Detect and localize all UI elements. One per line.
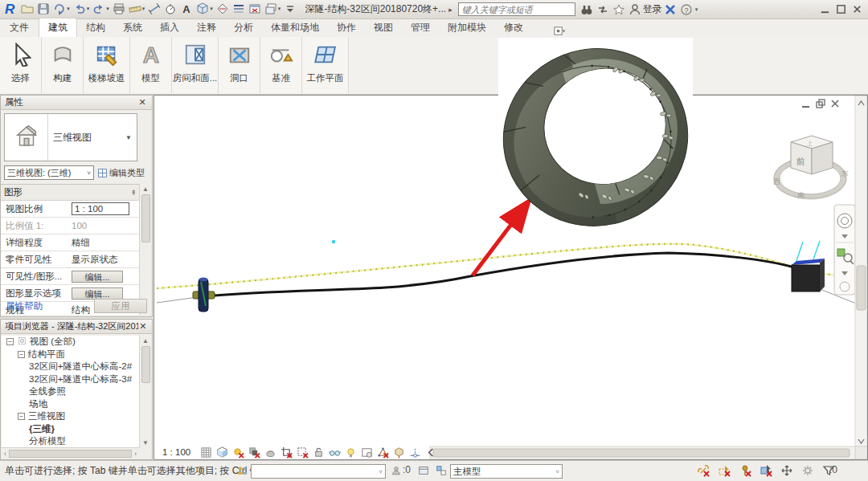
- tree-item-label[interactable]: 分析模型: [29, 435, 66, 447]
- structure-box[interactable]: [792, 241, 825, 291]
- ribbon-tab-4[interactable]: 注释: [188, 18, 225, 37]
- ribbon-button-0[interactable]: 选择: [0, 37, 42, 93]
- property-row[interactable]: 详细程度 精细: [1, 234, 139, 251]
- ribbon-tab-0[interactable]: 建筑: [39, 18, 77, 37]
- design-options-combo[interactable]: 主模型˅: [450, 464, 563, 479]
- tree-item-label[interactable]: 32区间+隧道中心标高-2#: [29, 361, 132, 373]
- visual-style-icon[interactable]: [215, 446, 229, 459]
- browser-scrollbar[interactable]: ▲ ▼: [139, 336, 151, 448]
- tree-item-label[interactable]: 结构平面: [28, 349, 65, 361]
- alignment-dashed-line[interactable]: [157, 244, 866, 288]
- ribbon-tab-5[interactable]: 分析: [225, 18, 262, 37]
- collapse-icon[interactable]: [424, 446, 438, 459]
- open-icon[interactable]: [19, 1, 35, 17]
- tree-item[interactable]: 场地: [2, 398, 139, 411]
- property-input[interactable]: 1 : 100: [72, 202, 129, 215]
- tree-item[interactable]: 32区间+隧道中心标高-3#: [2, 373, 139, 386]
- default-3d-view-icon[interactable]: ▾: [194, 1, 215, 17]
- crop-region-hidden-icon[interactable]: [296, 446, 309, 459]
- ribbon-tab-3[interactable]: 插入: [151, 18, 188, 37]
- ribbon-tab-10[interactable]: 附加模块: [439, 18, 495, 37]
- redo-icon[interactable]: ▾: [91, 1, 111, 17]
- viewcube[interactable]: 西 东 南 上 前: [773, 136, 849, 199]
- ribbon-button-7[interactable]: 工作平面: [302, 37, 349, 93]
- rendering-dialog-icon[interactable]: [264, 446, 277, 459]
- tunnel-centerline[interactable]: [203, 253, 794, 296]
- ribbon-tab-6[interactable]: 体量和场地: [262, 18, 328, 37]
- ribbon-tab-2[interactable]: 系统: [114, 18, 151, 37]
- horizontal-scrollbar[interactable]: [430, 446, 855, 459]
- help-icon[interactable]: ?: [678, 2, 694, 18]
- search-input[interactable]: [458, 2, 575, 16]
- search-binoculars-icon[interactable]: [579, 2, 595, 18]
- tree-expander-icon[interactable]: −: [18, 351, 25, 358]
- properties-scrollbar[interactable]: ▲ ▼: [139, 184, 151, 315]
- ribbon-button-6[interactable]: 基准: [260, 37, 302, 93]
- project-browser-close-icon[interactable]: ✕: [138, 321, 148, 332]
- properties-help-link[interactable]: 属性帮助: [6, 300, 43, 312]
- thin-lines-icon[interactable]: [231, 1, 247, 17]
- ribbon-tab-11[interactable]: 修改: [495, 18, 532, 37]
- property-value[interactable]: 1 : 100: [68, 202, 139, 215]
- instance-selector[interactable]: 三维视图: (三维) ˅: [4, 165, 94, 180]
- crop-view-off-icon[interactable]: [280, 446, 293, 459]
- property-value[interactable]: 显示原状态: [68, 254, 139, 266]
- minimize-icon[interactable]: [817, 2, 833, 18]
- switch-windows-icon[interactable]: ▾: [263, 1, 283, 17]
- tree-item[interactable]: −三维视图: [2, 410, 139, 423]
- sync-icon[interactable]: ▾: [51, 1, 72, 17]
- panel-toggle-icon[interactable]: [553, 25, 565, 37]
- tree-item[interactable]: 分析模型: [2, 435, 139, 447]
- group-header-graphics[interactable]: 图形 ⇞: [1, 185, 139, 201]
- ribbon-button-3[interactable]: A模型: [130, 37, 172, 93]
- reveal-hidden-icon[interactable]: [344, 446, 358, 459]
- gear-icon[interactable]: [800, 463, 815, 478]
- tree-item-label[interactable]: 32区间+隧道中心标高-3#: [29, 373, 132, 385]
- undo-icon[interactable]: ▾: [72, 1, 92, 17]
- tree-item-label[interactable]: 视图 (全部): [30, 336, 76, 348]
- displacement-sets-icon[interactable]: [392, 446, 406, 459]
- tree-expander-icon[interactable]: −: [6, 338, 14, 345]
- measure-icon[interactable]: ▾: [127, 1, 147, 17]
- property-row[interactable]: 可见性/图形... 编辑...: [1, 268, 139, 285]
- view-window-controls[interactable]: [802, 100, 838, 108]
- tree-item[interactable]: −结构平面: [2, 349, 139, 361]
- tree-item-label[interactable]: {三维}: [29, 423, 55, 435]
- favorites-star-icon[interactable]: [611, 2, 627, 18]
- unlocked-3d-icon[interactable]: [312, 446, 326, 459]
- ribbon-tab-7[interactable]: 协作: [328, 18, 365, 37]
- exchange-apps-icon[interactable]: [595, 2, 611, 18]
- navigation-bar[interactable]: [834, 205, 855, 295]
- ribbon-button-5[interactable]: 洞口: [219, 37, 260, 93]
- edit-type-button[interactable]: 编辑类型: [97, 167, 145, 179]
- property-row[interactable]: 比例值 1: 100: [1, 218, 139, 234]
- select-underlay-off-icon[interactable]: [717, 463, 731, 478]
- ribbon-button-1[interactable]: 构建: [42, 37, 84, 93]
- section-icon[interactable]: [215, 1, 231, 17]
- tree-item-label[interactable]: 场地: [29, 398, 47, 410]
- worksets-dialog-icon[interactable]: [416, 463, 431, 478]
- property-value[interactable]: 精细: [68, 237, 139, 249]
- tree-item-label[interactable]: 三维视图: [28, 410, 65, 422]
- print-icon[interactable]: [111, 1, 127, 17]
- property-row[interactable]: 视图比例 1 : 100: [1, 201, 139, 218]
- tag-icon[interactable]: [162, 1, 178, 17]
- tree-item[interactable]: {三维}: [2, 423, 139, 436]
- select-links-off-icon[interactable]: [696, 463, 710, 478]
- tree-expander-icon[interactable]: −: [18, 413, 25, 420]
- customize-qat-icon[interactable]: [282, 1, 298, 17]
- properties-close-icon[interactable]: ✕: [137, 97, 148, 108]
- tree-item[interactable]: 全线参照: [2, 385, 139, 398]
- aligned-dimension-icon[interactable]: [146, 1, 162, 17]
- tree-item[interactable]: −视图 (全部): [2, 336, 139, 349]
- reveal-constraints-icon[interactable]: [408, 446, 422, 459]
- shadows-off-icon[interactable]: [248, 446, 261, 459]
- ribbon-tab-1[interactable]: 结构: [77, 18, 114, 37]
- close-icon[interactable]: [849, 2, 865, 18]
- apply-button[interactable]: 应用: [94, 299, 147, 313]
- signin-person-icon[interactable]: [627, 2, 643, 18]
- tab-file[interactable]: 文件: [0, 18, 39, 37]
- edit-button[interactable]: 编辑...: [72, 271, 123, 283]
- temporary-hide-isolate-icon[interactable]: [328, 446, 342, 459]
- drawing-area[interactable]: 西 东 南 上 前: [154, 95, 868, 460]
